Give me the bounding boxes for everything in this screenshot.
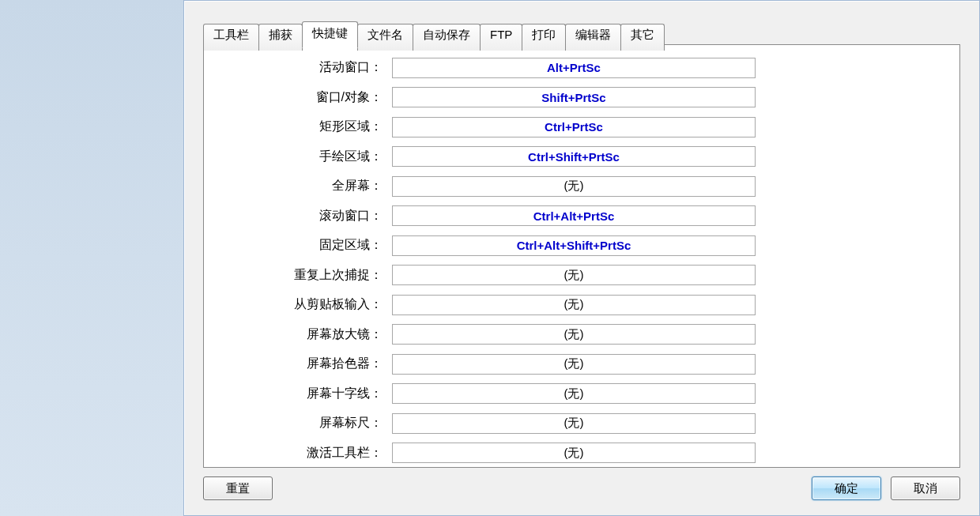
settings-dialog: 工具栏 捕获 快捷键 文件名 自动保存 FTP 打印 编辑器 其它 活动窗口： …	[183, 0, 980, 516]
tab-label: 自动保存	[423, 28, 470, 41]
tab-strip: 工具栏 捕获 快捷键 文件名 自动保存 FTP 打印 编辑器 其它	[203, 21, 664, 48]
hotkey-input-fullscreen[interactable]: (无)	[392, 176, 756, 197]
hotkey-label: 矩形区域：	[204, 119, 386, 135]
hotkey-input-scrolling-window[interactable]: Ctrl+Alt+PrtSc	[392, 205, 756, 226]
tab-capture[interactable]: 捕获	[258, 24, 303, 51]
hotkey-row-magnifier: 屏幕放大镜： (无)	[204, 320, 959, 350]
hotkey-row-ruler: 屏幕标尺： (无)	[204, 409, 959, 439]
hotkey-label: 滚动窗口：	[204, 208, 386, 224]
hotkey-row-crosshair: 屏幕十字线： (无)	[204, 379, 959, 409]
tab-label: 捕获	[269, 28, 292, 41]
hotkey-label: 手绘区域：	[204, 149, 386, 165]
hotkey-input-active-window[interactable]: Alt+PrtSc	[392, 58, 756, 78]
hotkeys-page: 活动窗口： Alt+PrtSc 窗口/对象： Shift+PrtSc 矩形区域：…	[203, 44, 960, 468]
reset-button[interactable]: 重置	[203, 476, 273, 500]
hotkey-row-fullscreen: 全屏幕： (无)	[204, 171, 959, 202]
tab-label: 文件名	[368, 28, 403, 41]
hotkey-row-rectangle: 矩形区域： Ctrl+PrtSc	[204, 112, 959, 142]
hotkey-label: 窗口/对象：	[204, 89, 386, 106]
hotkey-label: 激活工具栏：	[204, 445, 386, 461]
hotkey-label: 固定区域：	[204, 237, 386, 254]
hotkey-row-activate-toolbar: 激活工具栏： (无)	[204, 439, 959, 469]
tab-autosave[interactable]: 自动保存	[413, 24, 481, 51]
tab-label: 编辑器	[575, 28, 611, 41]
hotkey-rows: 活动窗口： Alt+PrtSc 窗口/对象： Shift+PrtSc 矩形区域：…	[204, 53, 959, 468]
hotkey-row-freehand: 手绘区域： Ctrl+Shift+PrtSc	[204, 142, 959, 172]
tab-hotkeys[interactable]: 快捷键	[302, 21, 358, 48]
hotkey-row-window-object: 窗口/对象： Shift+PrtSc	[204, 83, 959, 113]
tab-filename[interactable]: 文件名	[357, 24, 413, 51]
hotkey-row-from-clipboard: 从剪贴板输入： (无)	[204, 290, 959, 320]
tab-label: 快捷键	[312, 26, 348, 40]
hotkey-label: 屏幕放大镜：	[204, 326, 386, 343]
ok-button[interactable]: 确定	[812, 476, 881, 500]
tab-ftp[interactable]: FTP	[480, 24, 522, 51]
hotkey-row-color-picker: 屏幕拾色器： (无)	[204, 349, 959, 379]
hotkey-input-repeat-last[interactable]: (无)	[392, 265, 756, 285]
hotkey-input-activate-toolbar[interactable]: (无)	[392, 443, 756, 463]
hotkey-input-window-object[interactable]: Shift+PrtSc	[392, 87, 756, 107]
hotkey-input-ruler[interactable]: (无)	[392, 413, 756, 434]
hotkey-row-fixed-region: 固定区域： Ctrl+Alt+Shift+PrtSc	[204, 231, 959, 261]
hotkey-row-active-window: 活动窗口： Alt+PrtSc	[204, 53, 959, 83]
tab-toolbar[interactable]: 工具栏	[203, 24, 259, 51]
hotkey-label: 重复上次捕捉：	[204, 267, 386, 284]
hotkey-label: 全屏幕：	[204, 178, 386, 194]
hotkey-label: 屏幕标尺：	[204, 415, 386, 431]
hotkey-row-repeat-last: 重复上次捕捉： (无)	[204, 261, 959, 291]
button-label: 重置	[226, 481, 250, 496]
hotkey-input-rectangle[interactable]: Ctrl+PrtSc	[392, 117, 756, 137]
tab-label: 打印	[532, 28, 556, 41]
tab-print[interactable]: 打印	[522, 24, 566, 51]
hotkey-input-freehand[interactable]: Ctrl+Shift+PrtSc	[392, 146, 756, 167]
hotkey-label: 活动窗口：	[204, 59, 386, 76]
hotkey-input-magnifier[interactable]: (无)	[392, 324, 756, 345]
tab-label: 工具栏	[213, 28, 249, 41]
tab-other[interactable]: 其它	[620, 24, 665, 51]
hotkey-row-scrolling-window: 滚动窗口： Ctrl+Alt+PrtSc	[204, 202, 959, 232]
button-label: 确定	[835, 481, 858, 496]
hotkey-label: 从剪贴板输入：	[204, 296, 386, 313]
hotkey-label: 屏幕拾色器：	[204, 356, 386, 372]
tab-editor[interactable]: 编辑器	[565, 24, 621, 51]
button-label: 取消	[914, 481, 937, 496]
hotkey-input-color-picker[interactable]: (无)	[392, 354, 756, 375]
hotkey-input-from-clipboard[interactable]: (无)	[392, 295, 756, 315]
tab-label: FTP	[490, 28, 512, 41]
button-bar: 重置 确定 取消	[203, 476, 960, 501]
hotkey-input-crosshair[interactable]: (无)	[392, 383, 756, 404]
hotkey-input-fixed-region[interactable]: Ctrl+Alt+Shift+PrtSc	[392, 235, 756, 256]
tab-label: 其它	[631, 28, 654, 41]
hotkey-label: 屏幕十字线：	[204, 386, 386, 402]
cancel-button[interactable]: 取消	[891, 476, 960, 500]
